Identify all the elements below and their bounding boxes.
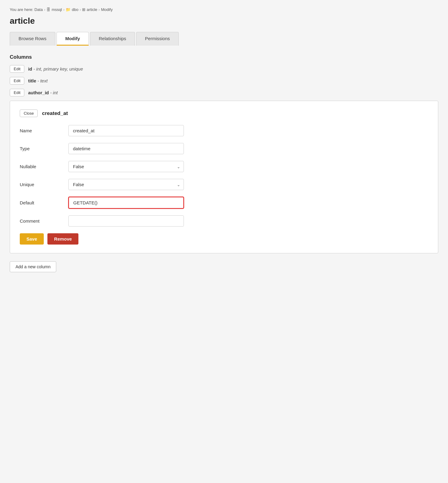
breadcrumb-article: article <box>87 7 97 12</box>
breadcrumb-modify: Modify <box>101 7 112 12</box>
column-name-title: title <box>28 78 36 83</box>
nullable-select[interactable]: False True <box>68 161 184 172</box>
form-row-default: Default <box>20 197 428 209</box>
form-row-type: Type <box>20 143 428 154</box>
nullable-select-wrapper: False True ⌄ <box>68 161 184 172</box>
panel-actions: Save Remove <box>20 233 428 245</box>
close-button[interactable]: Close <box>20 109 38 117</box>
column-row-author-id: Edit author_id - int <box>10 89 438 96</box>
comment-label: Comment <box>20 218 68 224</box>
form-row-comment: Comment <box>20 215 428 227</box>
name-input[interactable] <box>68 125 184 136</box>
nullable-label: Nullable <box>20 164 68 169</box>
form-row-unique: Unique False True ⌄ <box>20 179 428 190</box>
default-wrapper <box>68 197 184 209</box>
edit-panel-header: Close created_at <box>20 109 428 117</box>
edit-panel: Close created_at Name Type Nullable Fals… <box>10 101 438 253</box>
unique-select[interactable]: False True <box>68 179 184 190</box>
edit-button-id[interactable]: Edit <box>10 65 24 73</box>
breadcrumb-dbo: dbo <box>72 7 78 12</box>
save-button[interactable]: Save <box>20 233 44 245</box>
comment-input[interactable] <box>68 215 184 227</box>
panel-column-name: created_at <box>42 110 68 116</box>
default-input[interactable] <box>68 197 184 209</box>
type-label: Type <box>20 146 68 151</box>
name-label: Name <box>20 128 68 133</box>
column-row-title: Edit title - text <box>10 77 438 85</box>
column-name-id: id <box>28 66 32 71</box>
form-row-nullable: Nullable False True ⌄ <box>20 161 428 172</box>
page-title: article <box>10 16 438 26</box>
column-meta-id: - int, primary key, unique <box>33 66 83 71</box>
breadcrumb-icon-db: 🗄 <box>47 7 50 12</box>
edit-button-title[interactable]: Edit <box>10 77 24 85</box>
column-meta-title: - text <box>37 78 47 83</box>
tab-relationships[interactable]: Relationships <box>90 32 135 46</box>
unique-label: Unique <box>20 182 68 187</box>
breadcrumb-mssql: mssql <box>52 7 62 12</box>
breadcrumb-icon-table: ⊞ <box>82 7 85 12</box>
tabs-container: Browse Rows Modify Relationships Permiss… <box>10 32 438 46</box>
add-column-button[interactable]: Add a new column <box>10 261 56 272</box>
column-name-author-id: author_id <box>28 90 49 95</box>
remove-button[interactable]: Remove <box>47 233 78 245</box>
unique-select-wrapper: False True ⌄ <box>68 179 184 190</box>
breadcrumb-text: You are here: Data <box>10 7 43 12</box>
column-meta-author-id: - int <box>50 90 58 95</box>
tab-modify[interactable]: Modify <box>57 32 89 46</box>
breadcrumb-icon-folder: 📁 <box>66 7 71 12</box>
edit-button-author-id[interactable]: Edit <box>10 89 24 96</box>
form-row-name: Name <box>20 125 428 136</box>
tab-permissions[interactable]: Permissions <box>136 32 179 46</box>
type-input[interactable] <box>68 143 184 154</box>
columns-section-title: Columns <box>10 54 438 60</box>
breadcrumb: You are here: Data › 🗄 mssql › 📁 dbo › ⊞… <box>10 7 438 12</box>
tab-browse-rows[interactable]: Browse Rows <box>10 32 55 46</box>
column-row-id: Edit id - int, primary key, unique <box>10 65 438 73</box>
default-label: Default <box>20 200 68 205</box>
